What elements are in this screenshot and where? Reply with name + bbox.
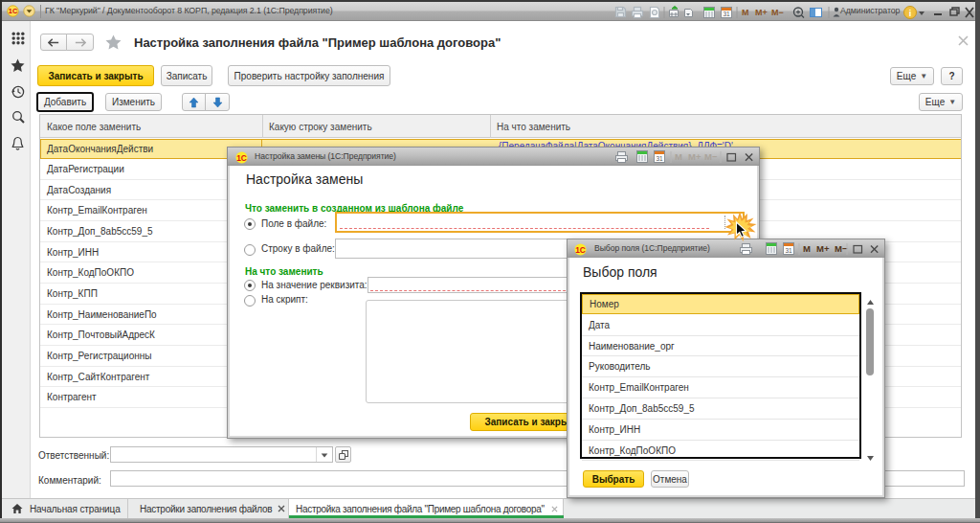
svg-text:М+: М+	[688, 151, 702, 162]
svg-text:i: i	[909, 9, 912, 18]
svg-text:1C: 1C	[236, 153, 247, 163]
svg-text:М+: М+	[816, 243, 830, 254]
svg-text:1C: 1C	[575, 245, 586, 255]
svg-text:М: М	[803, 243, 811, 254]
svg-text:М−: М−	[771, 8, 784, 17]
svg-text:М+: М+	[755, 8, 768, 17]
svg-text:31: 31	[785, 247, 792, 254]
svg-text:31: 31	[656, 155, 663, 162]
svg-text:31: 31	[723, 11, 730, 17]
svg-text:М−: М−	[835, 243, 848, 254]
svg-text:М: М	[675, 151, 682, 162]
svg-text:М−: М−	[704, 151, 718, 162]
svg-text:1C: 1C	[9, 7, 18, 15]
svg-text:М: М	[742, 8, 749, 17]
